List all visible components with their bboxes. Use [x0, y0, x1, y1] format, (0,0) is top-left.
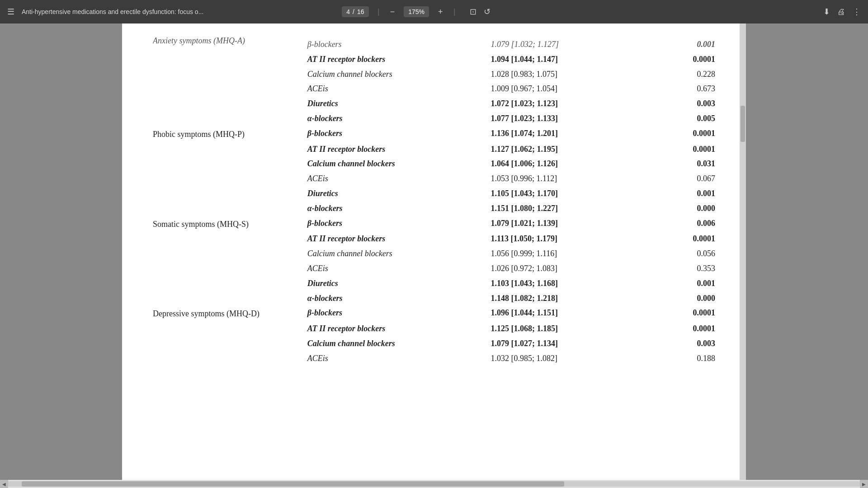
table-row: AT II receptor blockers 1.127 [1.062; 1.… — [149, 142, 719, 157]
category-cell — [149, 231, 304, 246]
table-row: Calcium channel blockers 1.028 [0.983; 1… — [149, 67, 719, 82]
medication-cell: Diuretics — [304, 96, 487, 111]
pvalue-cell: 0.0001 — [642, 305, 719, 321]
medication-cell: AT II receptor blockers — [304, 321, 487, 336]
value-cell: 1.094 [1.044; 1.147] — [487, 52, 642, 67]
medication-cell: Calcium channel blockers — [304, 67, 487, 82]
separator2: | — [454, 8, 455, 16]
separator: | — [378, 8, 379, 16]
category-cell — [149, 291, 304, 306]
table-row: Calcium channel blockers 1.056 [0.999; 1… — [149, 246, 719, 261]
toolbar-actions: ⊡ ↺ — [470, 7, 491, 17]
table-row: Somatic symptoms (MHQ-S) β-blockers 1.07… — [149, 216, 719, 232]
pvalue-cell: 0.003 — [642, 96, 719, 111]
table-row: Calcium channel blockers 1.064 [1.006; 1… — [149, 156, 719, 171]
document-title: Anti-hypertensive medications and erecti… — [22, 8, 335, 15]
pdf-page: Anxiety symptoms (MHQ-A) β-blockers 1.07… — [122, 23, 746, 480]
toolbar-right: ⬇ 🖨 ⋮ — [823, 7, 861, 17]
value-cell: 1.028 [0.983; 1.075] — [487, 67, 642, 82]
table-row: Anxiety symptoms (MHQ-A) β-blockers 1.07… — [149, 37, 719, 52]
category-cell: Depressive symptoms (MHQ-D) — [149, 305, 304, 321]
pvalue-cell: 0.000 — [642, 291, 719, 306]
value-cell: 1.127 [1.062; 1.195] — [487, 142, 642, 157]
value-cell: 1.072 [1.023; 1.123] — [487, 96, 642, 111]
category-cell — [149, 96, 304, 111]
value-cell: 1.056 [0.999; 1.116] — [487, 246, 642, 261]
scrollbar-thumb[interactable] — [741, 106, 745, 142]
table-row: Depressive symptoms (MHQ-D) β-blockers 1… — [149, 305, 719, 321]
medication-cell: Calcium channel blockers — [304, 246, 487, 261]
pvalue-cell: 0.003 — [642, 336, 719, 351]
data-table: Anxiety symptoms (MHQ-A) β-blockers 1.07… — [149, 37, 719, 366]
table-row: ACEis 1.009 [0.967; 1.054] 0.673 — [149, 81, 719, 96]
category-cell: Somatic symptoms (MHQ-S) — [149, 216, 304, 232]
value-cell: 1.079 [1.021; 1.139] — [487, 216, 642, 232]
table-row: Diuretics 1.103 [1.043; 1.168] 0.001 — [149, 276, 719, 291]
bottom-scrollbar-bar: ◀ ▶ — [0, 480, 868, 488]
table-row: Diuretics 1.072 [1.023; 1.123] 0.003 — [149, 96, 719, 111]
table-row: α-blockers 1.077 [1.023; 1.133] 0.005 — [149, 111, 719, 126]
scroll-right-button[interactable]: ▶ — [860, 480, 868, 488]
pvalue-cell: 0.0001 — [642, 231, 719, 246]
pdf-viewer: Anxiety symptoms (MHQ-A) β-blockers 1.07… — [0, 23, 868, 480]
value-cell: 1.136 [1.074; 1.201] — [487, 126, 642, 142]
medication-cell: β-blockers — [304, 216, 487, 232]
pvalue-cell: 0.0001 — [642, 52, 719, 67]
pvalue-cell: 0.001 — [642, 37, 719, 52]
table-row: Diuretics 1.105 [1.043; 1.170] 0.001 — [149, 186, 719, 201]
pvalue-cell: 0.056 — [642, 246, 719, 261]
value-cell: 1.125 [1.068; 1.185] — [487, 321, 642, 336]
pvalue-cell: 0.188 — [642, 351, 719, 366]
category-cell — [149, 156, 304, 171]
medication-cell: α-blockers — [304, 291, 487, 306]
value-cell: 1.105 [1.043; 1.170] — [487, 186, 642, 201]
category-cell — [149, 321, 304, 336]
value-cell: 1.096 [1.044; 1.151] — [487, 305, 642, 321]
table-row: AT II receptor blockers 1.113 [1.050; 1.… — [149, 231, 719, 246]
scrollbar-track[interactable] — [740, 23, 746, 480]
zoom-out-button[interactable]: − — [388, 7, 397, 17]
medication-cell: β-blockers — [304, 126, 487, 142]
value-cell: 1.151 [1.080; 1.227] — [487, 201, 642, 216]
page-current[interactable]: 4 — [346, 8, 350, 15]
category-cell — [149, 351, 304, 366]
medication-cell: AT II receptor blockers — [304, 52, 487, 67]
table-row: α-blockers 1.148 [1.082; 1.218] 0.000 — [149, 291, 719, 306]
medication-cell: ACEis — [304, 171, 487, 186]
medication-cell: β-blockers — [304, 37, 487, 52]
value-cell: 1.077 [1.023; 1.133] — [487, 111, 642, 126]
value-cell: 1.053 [0.996; 1.112] — [487, 171, 642, 186]
rotate-button[interactable]: ↺ — [484, 7, 491, 17]
download-button[interactable]: ⬇ — [823, 7, 830, 17]
menu-icon[interactable]: ☰ — [7, 7, 14, 17]
value-cell: 1.103 [1.043; 1.168] — [487, 276, 642, 291]
table-row: α-blockers 1.151 [1.080; 1.227] 0.000 — [149, 201, 719, 216]
value-cell: 1.026 [0.972; 1.083] — [487, 261, 642, 276]
scroll-left-button[interactable]: ◀ — [0, 480, 8, 488]
horizontal-scrollbar-thumb[interactable] — [22, 481, 564, 487]
fit-page-button[interactable]: ⊡ — [470, 7, 476, 17]
zoom-in-button[interactable]: + — [436, 7, 445, 17]
medication-cell: Diuretics — [304, 276, 487, 291]
pvalue-cell: 0.031 — [642, 156, 719, 171]
category-cell — [149, 186, 304, 201]
main-area: Anxiety symptoms (MHQ-A) β-blockers 1.07… — [0, 23, 868, 480]
table-row: ACEis 1.026 [0.972; 1.083] 0.353 — [149, 261, 719, 276]
category-cell — [149, 111, 304, 126]
pvalue-cell: 0.006 — [642, 216, 719, 232]
category-cell: Phobic symptoms (MHQ-P) — [149, 126, 304, 142]
pvalue-cell: 0.001 — [642, 186, 719, 201]
category-cell — [149, 52, 304, 67]
value-cell: 1.064 [1.006; 1.126] — [487, 156, 642, 171]
category-cell — [149, 201, 304, 216]
pvalue-cell: 0.0001 — [642, 321, 719, 336]
horizontal-scrollbar-track[interactable] — [8, 481, 860, 487]
category-cell — [149, 246, 304, 261]
more-options-button[interactable]: ⋮ — [853, 7, 861, 17]
print-button[interactable]: 🖨 — [837, 7, 845, 17]
zoom-level[interactable]: 175% — [404, 6, 429, 17]
table-row: AT II receptor blockers 1.125 [1.068; 1.… — [149, 321, 719, 336]
pvalue-cell: 0.001 — [642, 276, 719, 291]
pvalue-cell: 0.0001 — [642, 142, 719, 157]
medication-cell: ACEis — [304, 81, 487, 96]
